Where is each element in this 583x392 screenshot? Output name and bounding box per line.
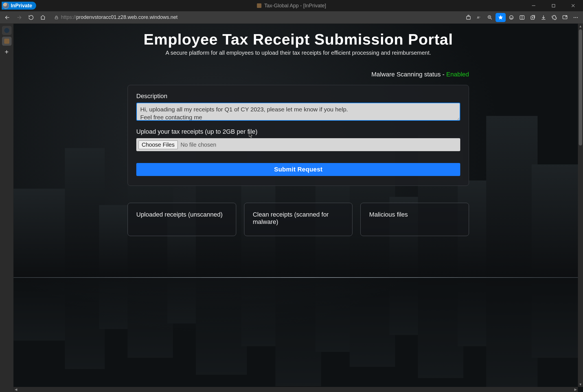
- submission-card: Description Upload your tax receipts (up…: [128, 85, 469, 186]
- downloads-button[interactable]: [538, 13, 549, 22]
- vertical-tab-rail: +: [0, 24, 14, 392]
- tab-tax-global-app[interactable]: [2, 37, 12, 46]
- read-aloud-button[interactable]: A»: [474, 13, 484, 22]
- malicious-files-title: Malicious files: [369, 211, 460, 218]
- choose-files-button[interactable]: Choose Files: [139, 140, 178, 149]
- malicious-files-card: Malicious files: [360, 203, 469, 236]
- maximize-button[interactable]: [543, 0, 563, 11]
- submit-request-button[interactable]: Submit Request: [136, 163, 460, 176]
- uploaded-receipts-title: Uploaded receipts (unscanned): [136, 211, 227, 218]
- mouse-cursor-icon: [249, 133, 253, 138]
- malware-status-label: Malware Scanning status -: [371, 71, 446, 78]
- browser-toolbar: https://prodenvstoracc01.z28.web.core.wi…: [0, 11, 583, 24]
- profile-avatar-icon: [3, 3, 9, 9]
- minimize-button[interactable]: [524, 0, 543, 11]
- window-title: Tax-Global App - [InPrivate]: [257, 3, 326, 9]
- inprivate-label: InPrivate: [11, 3, 32, 9]
- refresh-button[interactable]: [26, 13, 36, 22]
- svg-point-25: [577, 17, 578, 18]
- browser-essentials-button[interactable]: [560, 13, 570, 22]
- svg-point-23: [574, 17, 575, 18]
- inprivate-mini-icon: [4, 28, 9, 33]
- tab-favicon-icon: [4, 39, 9, 44]
- inprivate-indicator-tab[interactable]: [2, 26, 12, 35]
- description-label: Description: [136, 93, 167, 100]
- clean-receipts-card: Clean receipts (scanned for malware): [244, 203, 353, 236]
- favorite-star-button[interactable]: [496, 13, 506, 22]
- zoom-button[interactable]: [485, 13, 495, 22]
- address-bar[interactable]: https://prodenvstoracc01.z28.web.core.wi…: [51, 13, 460, 22]
- svg-rect-7: [466, 16, 470, 19]
- settings-menu-button[interactable]: [571, 13, 581, 22]
- site-info-lock-icon[interactable]: [54, 15, 59, 20]
- toolbar-actions: A»: [463, 13, 581, 22]
- malware-status-value: Enabled: [446, 71, 469, 78]
- url-host: prodenvstoracc01.z28.web.core.windows.ne…: [76, 14, 177, 20]
- svg-line-22: [565, 16, 567, 17]
- page-title: Employee Tax Receipt Submission Portal: [128, 30, 469, 48]
- svg-line-11: [491, 18, 492, 19]
- svg-point-14: [509, 16, 513, 19]
- clean-receipts-title: Clean receipts (scanned for malware): [253, 211, 344, 226]
- svg-rect-1: [552, 4, 555, 7]
- inprivate-badge[interactable]: InPrivate: [2, 2, 36, 10]
- uploaded-receipts-card: Uploaded receipts (unscanned): [128, 203, 236, 236]
- window-title-text: Tax-Global App - [InPrivate]: [264, 3, 326, 9]
- results-columns: Uploaded receipts (unscanned) Clean rece…: [128, 203, 469, 236]
- split-screen-button[interactable]: [517, 13, 527, 22]
- page-favicon-icon: [257, 3, 261, 8]
- close-button[interactable]: [563, 0, 583, 11]
- home-button[interactable]: [38, 13, 48, 22]
- file-input-row[interactable]: Choose Files No file chosen: [136, 138, 460, 151]
- forward-button[interactable]: [14, 13, 24, 22]
- page-subtitle: A secure platform for all employees to u…: [128, 50, 469, 56]
- shopping-button[interactable]: [463, 13, 474, 22]
- upload-label: Upload your tax receipts (up to 2GB per …: [136, 128, 460, 135]
- description-textarea[interactable]: [136, 103, 460, 121]
- url-protocol: https://: [61, 14, 76, 20]
- svg-rect-6: [55, 17, 58, 19]
- svg-point-24: [575, 17, 576, 18]
- page-viewport: Employee Tax Receipt Submission Portal A…: [14, 24, 583, 392]
- url-text: https://prodenvstoracc01.z28.web.core.wi…: [61, 14, 177, 20]
- collections-button[interactable]: [528, 13, 538, 22]
- extensions-button[interactable]: [549, 13, 559, 22]
- window-titlebar: InPrivate Tax-Global App - [InPrivate]: [0, 0, 583, 11]
- window-controls: [524, 0, 583, 11]
- malware-status: Malware Scanning status - Enabled: [128, 71, 469, 78]
- svg-text:»: »: [479, 16, 480, 18]
- new-tab-button[interactable]: +: [2, 47, 12, 56]
- back-button[interactable]: [2, 13, 12, 22]
- file-chosen-text: No file chosen: [181, 142, 216, 148]
- tracking-prevention-button[interactable]: [506, 13, 516, 22]
